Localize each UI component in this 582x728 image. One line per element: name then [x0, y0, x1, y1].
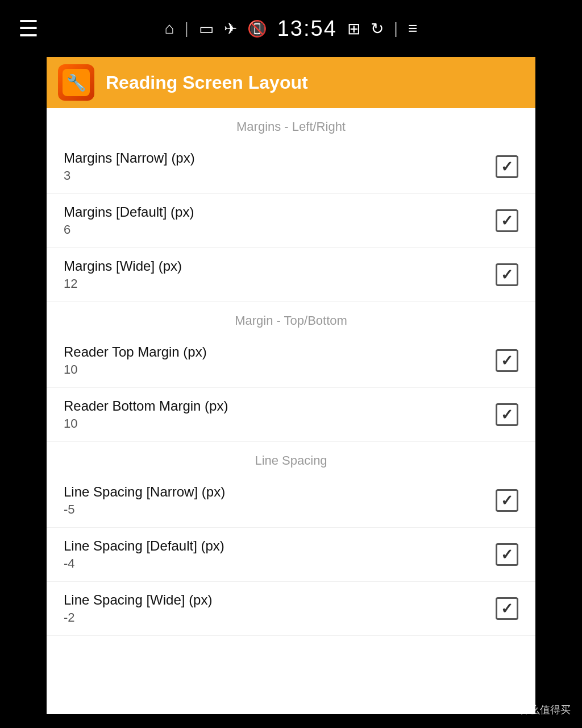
checkbox-margins-narrow[interactable]: [496, 155, 518, 178]
brightness-icon: ⊞: [347, 19, 360, 38]
setting-label-margins-default: Margins [Default] (px): [64, 204, 496, 220]
setting-text: Margins [Wide] (px) 12: [64, 258, 496, 291]
setting-margins-default[interactable]: Margins [Default] (px) 6: [47, 194, 535, 248]
checkbox-margins-default[interactable]: [496, 209, 518, 232]
svg-text:🔧: 🔧: [66, 73, 86, 92]
airplane-icon: ✈: [224, 19, 237, 38]
section-header-margin-tb: Margin - Top/Bottom: [47, 302, 535, 334]
app-icon: 🔧: [58, 64, 94, 101]
setting-text: Line Spacing [Default] (px) -4: [64, 538, 496, 571]
status-bar: ⌂ | ▭ ✈ 📵 13:54 ⊞ ↻ | ≡: [0, 0, 582, 57]
setting-text: Reader Top Margin (px) 10: [64, 344, 496, 377]
app-container: 🔧 Reading Screen Layout Margins - Left/R…: [47, 57, 535, 714]
checkbox-reader-bottom[interactable]: [496, 403, 518, 426]
setting-value-line-spacing-default: -4: [64, 556, 496, 571]
setting-label-line-spacing-default: Line Spacing [Default] (px): [64, 538, 496, 554]
setting-label-line-spacing-narrow: Line Spacing [Narrow] (px): [64, 484, 496, 500]
setting-label-margins-narrow: Margins [Narrow] (px): [64, 150, 496, 166]
setting-line-spacing-default[interactable]: Line Spacing [Default] (px) -4: [47, 528, 535, 582]
checkbox-reader-top[interactable]: [496, 349, 518, 372]
setting-value-line-spacing-wide: -2: [64, 610, 496, 625]
setting-reader-bottom-margin[interactable]: Reader Bottom Margin (px) 10: [47, 388, 535, 442]
list-icon: ≡: [408, 19, 417, 38]
checkbox-line-spacing-wide[interactable]: [496, 597, 518, 620]
divider-1: |: [184, 19, 188, 38]
setting-value-margins-default: 6: [64, 222, 496, 237]
setting-label-reader-top: Reader Top Margin (px): [64, 344, 496, 360]
settings-list[interactable]: Margins - Left/Right Margins [Narrow] (p…: [47, 108, 535, 714]
setting-label-margins-wide: Margins [Wide] (px): [64, 258, 496, 274]
setting-line-spacing-narrow[interactable]: Line Spacing [Narrow] (px) -5: [47, 474, 535, 528]
menu-button[interactable]: ☰: [11, 11, 45, 46]
section-header-margins-lr: Margins - Left/Right: [47, 108, 535, 140]
watermark: 什么值得买: [519, 703, 571, 717]
setting-text: Line Spacing [Wide] (px) -2: [64, 592, 496, 625]
setting-reader-top-margin[interactable]: Reader Top Margin (px) 10: [47, 334, 535, 388]
status-time: 13:54: [277, 16, 337, 41]
setting-margins-narrow[interactable]: Margins [Narrow] (px) 3: [47, 140, 535, 194]
setting-text: Reader Bottom Margin (px) 10: [64, 398, 496, 431]
section-header-line-spacing: Line Spacing: [47, 442, 535, 474]
setting-label-reader-bottom: Reader Bottom Margin (px): [64, 398, 496, 414]
checkbox-margins-wide[interactable]: [496, 263, 518, 286]
setting-value-margins-wide: 12: [64, 276, 496, 291]
setting-label-line-spacing-wide: Line Spacing [Wide] (px): [64, 592, 496, 608]
refresh-icon: ↻: [371, 19, 384, 38]
signal-icon: 📵: [247, 19, 267, 38]
setting-value-reader-top: 10: [64, 362, 496, 377]
setting-text: Margins [Narrow] (px) 3: [64, 150, 496, 183]
home-icon: ⌂: [165, 19, 174, 38]
checkbox-line-spacing-narrow[interactable]: [496, 489, 518, 512]
app-icon-svg: 🔧: [63, 69, 90, 96]
setting-value-line-spacing-narrow: -5: [64, 502, 496, 517]
checkbox-line-spacing-default[interactable]: [496, 543, 518, 566]
setting-text: Margins [Default] (px) 6: [64, 204, 496, 237]
app-title: Reading Screen Layout: [106, 72, 308, 93]
menu-icon: ☰: [18, 15, 39, 42]
setting-value-reader-bottom: 10: [64, 416, 496, 431]
setting-line-spacing-wide[interactable]: Line Spacing [Wide] (px) -2: [47, 582, 535, 636]
app-header: 🔧 Reading Screen Layout: [47, 57, 535, 108]
setting-text: Line Spacing [Narrow] (px) -5: [64, 484, 496, 517]
divider-2: |: [394, 19, 398, 38]
setting-margins-wide[interactable]: Margins [Wide] (px) 12: [47, 248, 535, 302]
setting-value-margins-narrow: 3: [64, 168, 496, 183]
battery-icon: ▭: [199, 19, 214, 38]
